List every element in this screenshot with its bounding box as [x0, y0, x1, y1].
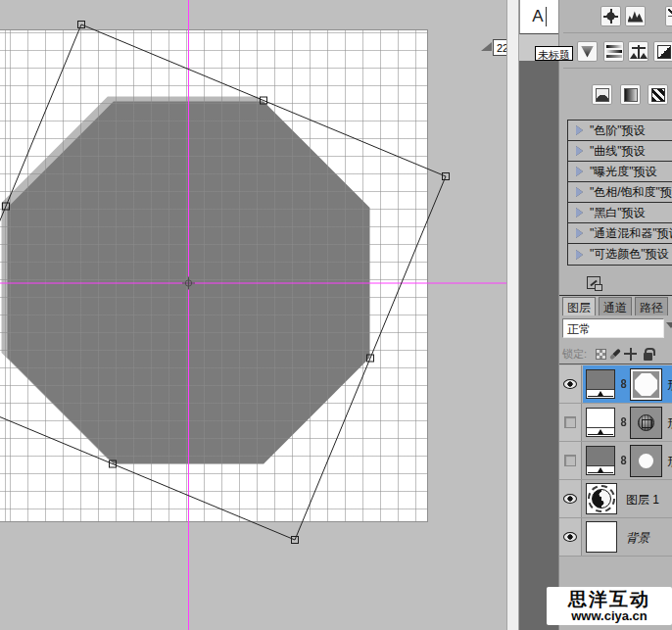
visibility-toggle[interactable] [559, 480, 582, 517]
chevron-down-icon[interactable] [666, 322, 672, 328]
vibrance-button[interactable] [577, 41, 598, 62]
eye-icon [563, 532, 577, 542]
layer-name[interactable]: 形 [667, 415, 672, 432]
divider [563, 68, 672, 69]
preset-label: "黑白"预设 [590, 205, 646, 221]
slider-marker-icon [598, 429, 603, 434]
photo-filter-button[interactable] [592, 84, 612, 105]
preset-channel-mixer[interactable]: "通道混和器"预设 [568, 223, 672, 244]
preset-hue-saturation[interactable]: "色相/饱和度"预设 [568, 182, 672, 203]
adjustment-layer-thumbnail[interactable] [586, 369, 615, 399]
preset-selective-color[interactable]: "可选颜色"预设 [568, 244, 672, 265]
blend-mode-select[interactable]: 正常 [562, 318, 664, 338]
panel-expand-icon[interactable] [587, 276, 600, 289]
visibility-toggle[interactable] [559, 365, 582, 403]
expander-triangle-icon[interactable] [576, 125, 583, 135]
preset-curves[interactable]: "曲线"预设 [568, 141, 672, 162]
levels-button[interactable] [625, 6, 646, 26]
visibility-toggle[interactable] [559, 518, 582, 556]
layer-row-background[interactable]: 背景 [559, 518, 672, 557]
tab-channels[interactable]: 通道 [599, 297, 632, 315]
expander-triangle-icon[interactable] [576, 228, 583, 238]
preset-label: "曝光度"预设 [590, 164, 657, 180]
preset-levels[interactable]: "色阶"预设 [568, 121, 672, 141]
document-tooltip: 未标题 [535, 46, 573, 61]
hue-saturation-icon [606, 44, 622, 59]
expander-triangle-icon[interactable] [576, 146, 583, 156]
expander-triangle-icon[interactable] [576, 167, 583, 176]
black-white-icon [657, 45, 671, 59]
link-mask-icon[interactable]: 8 [621, 414, 627, 429]
preset-black-white[interactable]: "黑白"预设 [568, 203, 672, 223]
text-cursor [546, 7, 547, 26]
layer-row-shape-adjustment-3[interactable]: 8 形 [559, 442, 672, 480]
layer-row-shape-adjustment-1[interactable]: 8 形 [559, 365, 672, 404]
layer-name[interactable]: 形 [667, 454, 672, 470]
layer-row-layer-1[interactable]: 图层 1 [559, 480, 672, 518]
black-white-button[interactable] [653, 41, 672, 62]
eye-empty-box [564, 455, 576, 466]
layer-mask-thumbnail-octagon[interactable] [630, 368, 662, 401]
curves-icon [668, 9, 672, 24]
panel-dock-well [519, 61, 558, 630]
curves-button[interactable] [665, 6, 672, 26]
character-field: A [519, 0, 558, 34]
divider [559, 295, 672, 296]
adjustment-presets-list: "色阶"预设 "曲线"预设 "曝光度"预设 "色相/饱和度"预设 "黑白"预设 … [567, 120, 672, 266]
expander-triangle-icon[interactable] [576, 208, 583, 218]
brightness-contrast-button[interactable] [600, 6, 621, 26]
lock-pixels-brush-icon[interactable] [609, 348, 621, 360]
right-panel: "色阶"预设 "曲线"预设 "曝光度"预设 "色相/饱和度"预设 "黑白"预设 … [558, 0, 672, 630]
visibility-toggle[interactable] [559, 442, 582, 479]
preset-label: "色相/饱和度"预设 [590, 184, 672, 201]
layer-thumbnail-background[interactable] [586, 521, 617, 553]
preset-label: "色阶"预设 [590, 122, 646, 139]
hue-saturation-button[interactable] [603, 41, 624, 62]
preset-exposure[interactable]: "曝光度"预设 [568, 162, 672, 182]
brightness-contrast-icon [603, 9, 618, 24]
eye-icon [563, 379, 577, 389]
layer-row-shape-adjustment-2[interactable]: 8 形 [559, 404, 672, 442]
layer-name[interactable]: 形 [667, 377, 672, 394]
lock-all-padlock-icon[interactable] [644, 353, 652, 361]
lock-label: 锁定: [562, 347, 587, 362]
divider [563, 32, 672, 33]
invert-icon [651, 88, 665, 102]
preset-label: "可选颜色"预设 [590, 246, 669, 263]
link-mask-icon[interactable]: 8 [621, 453, 627, 467]
layer-thumbnail-bagua[interactable] [586, 483, 617, 514]
divider [559, 363, 672, 364]
link-mask-icon[interactable]: 8 [621, 376, 627, 391]
channel-mixer-icon [624, 88, 638, 102]
tab-layers[interactable]: 图层 [562, 297, 596, 315]
color-balance-icon [631, 45, 647, 59]
expander-triangle-icon[interactable] [576, 250, 583, 260]
levels-icon [628, 11, 644, 23]
adjustment-layer-thumbnail[interactable] [586, 446, 615, 475]
lock-options-row: 锁定: [562, 345, 652, 363]
visibility-toggle[interactable] [559, 404, 582, 441]
adjustment-layer-thumbnail[interactable] [586, 408, 615, 437]
transform-reference-point[interactable] [182, 277, 195, 290]
preset-label: "曲线"预设 [590, 143, 646, 160]
lock-position-move-icon[interactable] [624, 348, 637, 361]
layer-name[interactable]: 图层 1 [626, 492, 659, 509]
lock-transparency-icon[interactable] [596, 349, 606, 360]
tab-paths[interactable]: 路径 [635, 297, 668, 315]
pattern-orb-icon [638, 414, 654, 431]
watermark-title: 思洋互动 [568, 590, 650, 609]
transform-bounding-box[interactable] [0, 24, 446, 540]
layer-mask-thumbnail-pattern[interactable] [630, 407, 662, 439]
expander-triangle-icon[interactable] [576, 187, 583, 197]
channel-mixer-button[interactable] [620, 84, 641, 105]
invert-button[interactable] [648, 84, 668, 105]
layer-mask-thumbnail-circle[interactable] [630, 445, 662, 477]
preset-label: "通道混和器"预设 [590, 225, 672, 242]
color-balance-button[interactable] [628, 41, 648, 62]
photo-filter-icon [596, 88, 609, 102]
character-letter: A [532, 7, 543, 26]
canvas-work-area[interactable] [0, 0, 506, 630]
eye-icon [563, 494, 577, 504]
layer-name[interactable]: 背景 [626, 530, 649, 547]
yin-yang-icon [592, 489, 611, 509]
